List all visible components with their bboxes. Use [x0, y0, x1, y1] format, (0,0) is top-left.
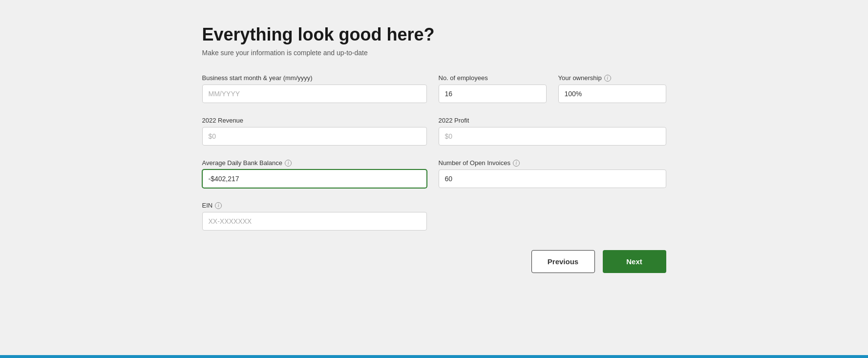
form-row-4: EIN i [202, 202, 666, 231]
avg-bank-balance-input[interactable] [202, 169, 427, 188]
profit-label: 2022 Profit [439, 117, 666, 124]
revenue-label: 2022 Revenue [202, 117, 427, 124]
ownership-input[interactable] [558, 84, 666, 103]
page-subtitle: Make sure your information is complete a… [202, 49, 666, 57]
avg-bank-balance-group: Average Daily Bank Balance i [202, 159, 427, 188]
revenue-input[interactable] [202, 127, 427, 146]
ownership-info-icon[interactable]: i [604, 75, 611, 82]
business-start-group: Business start month & year (mm/yyyy) [202, 74, 427, 103]
profit-group: 2022 Profit [439, 117, 666, 146]
avg-bank-balance-label: Average Daily Bank Balance i [202, 159, 427, 167]
open-invoices-input[interactable] [439, 169, 666, 188]
form-row-2: 2022 Revenue 2022 Profit [202, 117, 666, 146]
ownership-label: Your ownership i [558, 74, 666, 82]
avg-bank-balance-info-icon[interactable]: i [285, 160, 292, 167]
open-invoices-info-icon[interactable]: i [513, 160, 520, 167]
profit-input[interactable] [439, 127, 666, 146]
employees-label: No. of employees [439, 74, 547, 82]
buttons-row: Previous Next [202, 250, 666, 273]
ein-group: EIN i [202, 202, 427, 231]
bottom-bar [0, 355, 868, 358]
ein-info-icon[interactable]: i [215, 202, 222, 209]
open-invoices-group: Number of Open Invoices i [439, 159, 666, 188]
employees-group: No. of employees [439, 74, 547, 103]
business-start-label: Business start month & year (mm/yyyy) [202, 74, 427, 82]
employees-input[interactable] [439, 84, 547, 103]
next-button[interactable]: Next [603, 250, 666, 273]
ein-label: EIN i [202, 202, 427, 209]
ein-input[interactable] [202, 212, 427, 231]
page-title: Everything look good here? [202, 24, 666, 45]
ownership-group: Your ownership i [558, 74, 666, 103]
form-row-1: Business start month & year (mm/yyyy) No… [202, 74, 666, 103]
open-invoices-label: Number of Open Invoices i [439, 159, 666, 167]
business-start-input[interactable] [202, 84, 427, 103]
form-container: Everything look good here? Make sure you… [202, 24, 666, 336]
form-row-3: Average Daily Bank Balance i Number of O… [202, 159, 666, 188]
previous-button[interactable]: Previous [531, 250, 595, 273]
revenue-group: 2022 Revenue [202, 117, 427, 146]
